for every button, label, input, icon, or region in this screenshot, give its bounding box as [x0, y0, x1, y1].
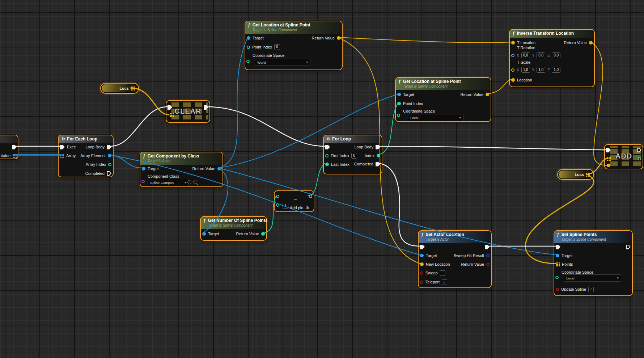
browse-icon[interactable] — [193, 180, 197, 184]
target-pin[interactable] — [556, 254, 559, 257]
exec-out-pin[interactable] — [485, 245, 490, 249]
new-location-pin[interactable] — [420, 262, 424, 266]
target-pin[interactable] — [202, 232, 206, 236]
array-pin[interactable] — [170, 113, 174, 117]
exec-in-pin[interactable] — [556, 245, 560, 249]
node-for-loop[interactable]: ↻ For Loop Loop Body First Index 0 Index… — [323, 135, 382, 174]
exec-in-pin[interactable] — [325, 145, 330, 149]
coordinate-space-pin[interactable] — [246, 60, 250, 63]
sweep-pin[interactable] — [420, 271, 423, 275]
exec-out-pin[interactable] — [12, 145, 17, 149]
coordinate-space-dropdown[interactable]: World ▾ — [255, 59, 310, 66]
wire-forloop-completed-to-sal[interactable] — [378, 163, 420, 246]
array-pin[interactable] — [13, 154, 17, 158]
sweep-checkbox[interactable] — [440, 270, 445, 276]
update-spline-pin[interactable] — [556, 288, 559, 291]
completed-pin[interactable] — [107, 171, 111, 176]
wire-glsp1-to-itl-tlocation[interactable] — [338, 37, 512, 43]
scale-y-value[interactable]: 1,0 — [537, 67, 545, 73]
pin-row: Array Element — [80, 153, 111, 159]
pin-row: Target — [420, 253, 437, 258]
component-class-pin[interactable] — [141, 180, 145, 183]
rotation-x-value[interactable]: 0,0 — [521, 52, 530, 58]
blueprint-canvas[interactable]: Actors rn Value ↻ For Each Loop Exec Arr… — [0, 0, 644, 358]
point-index-value[interactable]: 0 — [274, 44, 280, 50]
exec-out-pin[interactable] — [626, 245, 631, 249]
index-out-pin[interactable] — [638, 157, 641, 160]
node-get-component-by-class[interactable]: ƒ Get Component by Class Target is Actor… — [140, 152, 223, 187]
node-actors-partial[interactable]: Actors rn Value — [0, 135, 18, 159]
exec-in-pin[interactable] — [60, 145, 65, 149]
node-get-location-at-spline-point-2[interactable]: ƒ Get Location at Spline Point Target is… — [395, 77, 491, 122]
add-pin-icon[interactable]: ⊕ — [305, 206, 309, 210]
node-array-clear[interactable]: CLEAR — [166, 100, 210, 123]
loop-body-pin[interactable] — [107, 145, 111, 149]
array-element-pin[interactable] — [108, 154, 111, 157]
target-pin[interactable] — [420, 254, 424, 257]
teleport-pin[interactable] — [420, 281, 423, 284]
coordinate-space-dropdown[interactable]: Local ▾ — [564, 274, 621, 282]
coordinate-space-dropdown[interactable]: Local ▾ — [408, 114, 463, 121]
target-pin[interactable] — [247, 36, 250, 40]
pin-label: rn Value — [0, 153, 10, 158]
pin-row — [556, 244, 560, 250]
last-index-pin[interactable] — [325, 163, 329, 166]
array-index-pin[interactable] — [108, 163, 111, 166]
pin-row: Point Index — [397, 101, 423, 106]
node-inverse-transform-location[interactable]: ƒ Inverse Transform Location T Location … — [509, 29, 595, 87]
pin-row — [485, 244, 490, 250]
node-title: Get Component by Class — [148, 153, 199, 159]
completed-pin[interactable] — [376, 162, 380, 167]
wire-arrayelement-to-gcbc[interactable] — [109, 155, 142, 168]
teleport-checkbox[interactable]: ✓ — [442, 279, 447, 285]
first-index-value[interactable]: 0 — [351, 153, 357, 159]
component-class-label: Component Class — [148, 174, 179, 178]
wire-gcbc-to-ssp-target[interactable] — [219, 168, 556, 255]
node-get-location-at-spline-point-1[interactable]: ƒ Get Location at Spline Point Target is… — [245, 21, 343, 70]
t-location-pin[interactable] — [511, 41, 515, 45]
t-scale-pin[interactable] — [511, 68, 514, 72]
location-pin[interactable] — [511, 78, 515, 82]
rotation-z-value[interactable]: 0,0 — [552, 52, 560, 58]
use-asset-icon[interactable] — [187, 180, 191, 184]
loop-icon: ↻ — [326, 136, 330, 142]
target-pin[interactable] — [142, 167, 145, 170]
update-spline-checkbox[interactable]: ✓ — [588, 287, 594, 292]
exec-in-pin[interactable] — [420, 245, 425, 249]
pin-row — [626, 244, 631, 250]
coordinate-space-pin[interactable] — [397, 114, 400, 117]
scale-x-value[interactable]: 1,0 — [521, 67, 530, 73]
scale-z-value[interactable]: 1,0 — [552, 67, 560, 73]
input-a-pin[interactable] — [276, 195, 279, 198]
node-set-spline-points[interactable]: ƒ Set Spline Points Target is Spline Com… — [554, 230, 633, 296]
pin-row: Return Value — [236, 231, 265, 237]
chevron-down-icon: ▾ — [617, 276, 619, 280]
node-get-number-of-spline-points[interactable]: ƒ Get Number Of Spline Points Target is … — [200, 216, 267, 241]
node-array-add[interactable]: ADD — [604, 144, 643, 169]
node-set-actor-location[interactable]: ƒ Set Actor Location Target is Actor Tar… — [418, 230, 492, 288]
loop-icon: ↻ — [61, 136, 65, 142]
array-pin[interactable] — [60, 154, 64, 158]
first-index-pin[interactable] — [325, 154, 329, 157]
node-for-each-loop[interactable]: ↻ For Each Loop Exec Array Loop Body Arr… — [58, 135, 114, 177]
sweep-hit-result-pin[interactable] — [486, 254, 490, 257]
wire-clear-to-forloop-exec[interactable] — [207, 107, 325, 146]
return-value-pin[interactable] — [486, 93, 489, 96]
node-subtitle: Target is Spline Component — [403, 84, 461, 89]
point-index-pin[interactable] — [247, 46, 250, 49]
pin-row: Return Value — [312, 35, 340, 41]
wire-foreach-loopbody-to-clear[interactable] — [109, 107, 168, 146]
points-array-pin[interactable] — [556, 262, 560, 266]
component-class-dropdown[interactable]: Spline Compon ▾ — [148, 179, 189, 186]
t-rotation-pin[interactable] — [511, 54, 514, 57]
pin-row: Target — [397, 92, 414, 97]
pin-row: Last Index — [325, 161, 349, 167]
return-value-pin[interactable] — [486, 263, 490, 266]
pin-row: Teleport ✓ — [420, 279, 447, 285]
coordinate-space-pin[interactable] — [555, 276, 559, 279]
rotation-y-value[interactable]: 0,0 — [537, 52, 545, 58]
node-title: Get Location at Spline Point — [253, 22, 310, 28]
wire-forloop-loopbody-to-add[interactable] — [378, 146, 606, 150]
wire-gcbc-to-glsp1-target[interactable] — [219, 39, 247, 168]
pin-row: Target — [142, 166, 159, 172]
